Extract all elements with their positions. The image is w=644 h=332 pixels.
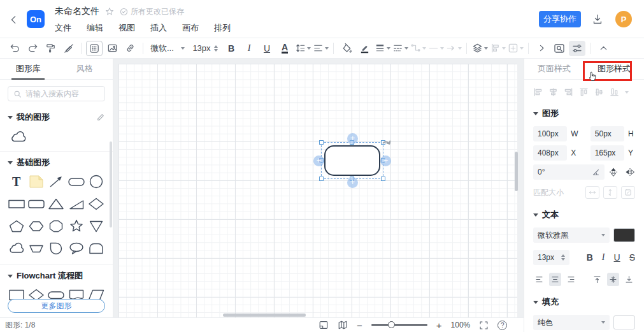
shape-diamond[interactable] <box>87 196 106 212</box>
align-middle-icon[interactable] <box>594 87 604 97</box>
line-width-button[interactable] <box>374 41 390 56</box>
connector-plus-top[interactable]: + <box>347 133 358 144</box>
more-tools-button[interactable] <box>533 41 550 56</box>
text-strike-button[interactable]: S <box>629 252 635 263</box>
menu-insert[interactable]: 插入 <box>150 22 167 34</box>
text-bold-button[interactable]: B <box>587 252 593 263</box>
edit-my-shapes-button[interactable] <box>96 113 105 122</box>
my-shape-cloud[interactable] <box>9 129 28 146</box>
shape-inverted-triangle[interactable] <box>87 218 106 235</box>
text-align-left-button[interactable] <box>533 273 545 286</box>
text-font-input[interactable] <box>538 231 601 240</box>
find-shape-button[interactable] <box>551 41 568 56</box>
fill-section-header[interactable]: 填充 <box>524 288 644 313</box>
app-logo[interactable]: On <box>27 10 45 28</box>
help-button[interactable]: ? <box>497 321 507 330</box>
text-valign-bottom-button[interactable] <box>623 273 635 286</box>
canvas-area[interactable]: + + + + <box>113 59 524 317</box>
line-style-button[interactable] <box>392 41 408 56</box>
text-font-select[interactable] <box>533 227 610 243</box>
shape-text[interactable]: T <box>6 173 26 190</box>
zoom-out-button[interactable]: − <box>357 320 362 331</box>
x-input[interactable] <box>538 148 562 157</box>
text-underline-button[interactable]: U <box>614 252 620 263</box>
align-top-icon[interactable] <box>579 87 589 97</box>
shape-speech-bubble[interactable] <box>66 240 86 257</box>
text-size-input[interactable] <box>538 253 559 262</box>
menu-file[interactable]: 文件 <box>55 22 71 34</box>
shape-cloud[interactable] <box>6 240 26 257</box>
font-color-button[interactable]: A <box>276 41 293 56</box>
rotation-input[interactable] <box>538 168 592 177</box>
shape-search-box[interactable] <box>8 86 105 101</box>
canvas-vertical-scrollbar[interactable] <box>515 152 518 191</box>
insert-link-button[interactable] <box>122 41 138 56</box>
flip-vertical-icon[interactable] <box>608 167 619 177</box>
shape-inverted-trapezoid[interactable] <box>26 240 46 257</box>
page-panel-icon[interactable] <box>318 320 329 330</box>
font-family-select[interactable]: 微软... <box>148 41 187 56</box>
resize-handle-nw[interactable] <box>319 140 324 145</box>
fill-color-swatch[interactable] <box>613 315 635 329</box>
shape-right-triangle[interactable] <box>66 196 86 212</box>
menu-view[interactable]: 视图 <box>118 22 135 34</box>
text-italic-button[interactable]: I <box>602 252 605 263</box>
text-valign-top-button[interactable] <box>591 273 603 286</box>
shape-circle[interactable] <box>87 173 106 190</box>
tab-shape-library[interactable]: 图形库 <box>0 59 57 79</box>
shape-teardrop[interactable] <box>47 240 66 257</box>
zoom-in-button[interactable]: + <box>436 320 442 331</box>
zoom-slider[interactable] <box>371 324 427 326</box>
text-align-center-button[interactable] <box>549 273 561 286</box>
underline-button[interactable]: U <box>259 41 275 56</box>
star-icon[interactable] <box>105 7 114 16</box>
fill-type-select[interactable] <box>533 315 610 330</box>
zoom-value[interactable]: 100% <box>451 321 471 329</box>
search-input[interactable] <box>25 89 96 98</box>
text-align-button[interactable] <box>312 41 329 56</box>
text-color-swatch[interactable] <box>613 228 635 242</box>
shape-octagon[interactable] <box>47 218 66 235</box>
shape-triangle[interactable] <box>47 196 66 212</box>
line-end-style-button[interactable] <box>445 41 462 56</box>
canvas-horizontal-scrollbar[interactable] <box>223 314 306 317</box>
share-collaborate-button[interactable]: 分享协作 <box>539 11 581 27</box>
back-button[interactable] <box>8 13 20 26</box>
align-bottom-icon[interactable] <box>610 87 619 97</box>
selected-shape[interactable] <box>324 145 380 176</box>
resize-handle-se[interactable] <box>381 177 385 181</box>
download-button[interactable] <box>592 13 603 25</box>
connector-type-button[interactable] <box>410 41 426 56</box>
text-size-stepper[interactable] <box>533 250 569 265</box>
shape-hexagon[interactable] <box>26 218 46 235</box>
align-shapes-button[interactable] <box>489 41 506 56</box>
zoom-slider-knob[interactable] <box>388 321 395 328</box>
line-start-style-button[interactable] <box>427 41 444 56</box>
shape-sticky-note[interactable] <box>26 173 46 190</box>
shape-section-header[interactable]: 图形 <box>524 99 644 124</box>
text-valign-middle-button[interactable] <box>607 273 619 286</box>
style-panel-toggle-button[interactable] <box>569 41 585 56</box>
collapse-toolbar-button[interactable] <box>595 41 612 56</box>
menu-canvas[interactable]: 画布 <box>182 22 199 34</box>
my-shapes-header[interactable]: 我的图形 <box>0 106 113 127</box>
align-center-icon[interactable] <box>548 87 558 97</box>
shape-half-rounded-rect[interactable] <box>87 240 106 257</box>
connector-plus-right[interactable]: + <box>380 155 391 166</box>
avatar[interactable]: P <box>615 11 632 27</box>
resize-handle-sw[interactable] <box>319 177 324 181</box>
layers-button[interactable] <box>471 41 488 56</box>
distribute-shapes-button[interactable] <box>507 41 524 56</box>
sidebar-scrollbar[interactable] <box>110 141 112 227</box>
shape-pentagon[interactable] <box>6 218 26 235</box>
width-input[interactable] <box>538 129 562 138</box>
stroke-color-button[interactable] <box>356 41 373 56</box>
document-title[interactable]: 未命名文件 <box>55 6 99 17</box>
height-input[interactable] <box>595 129 620 138</box>
rotate-handle[interactable] <box>381 139 392 150</box>
text-align-right-button[interactable] <box>565 273 577 286</box>
line-height-button[interactable] <box>294 41 311 56</box>
more-shapes-button[interactable]: 更多图形 <box>8 299 105 313</box>
redo-button[interactable] <box>24 41 41 56</box>
tab-page-style[interactable]: 页面样式 <box>524 59 584 79</box>
